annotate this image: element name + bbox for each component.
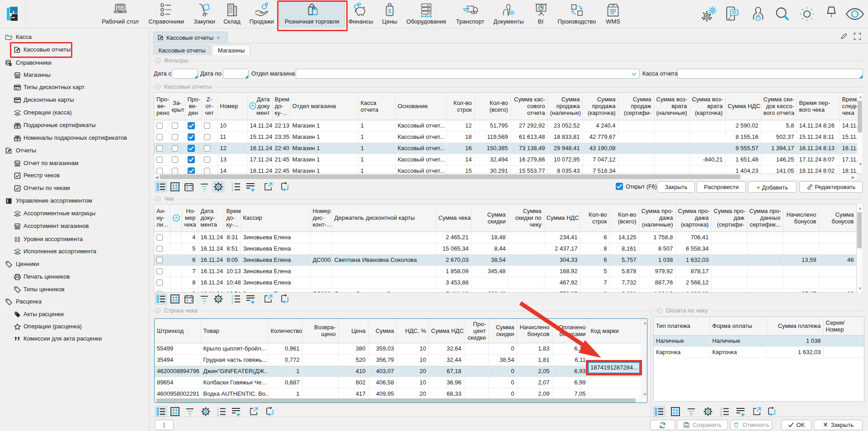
svg-text:3: 3 <box>217 413 219 417</box>
svg-text:1: 1 <box>217 407 219 410</box>
svg-text:3: 3 <box>231 301 233 304</box>
svg-text:3: 3 <box>720 413 722 417</box>
svg-text:2: 2 <box>231 185 233 189</box>
svg-text:$: $ <box>388 8 392 14</box>
svg-text:1: 1 <box>231 182 233 185</box>
svg-text:2: 2 <box>720 410 722 413</box>
svg-text:3: 3 <box>231 189 233 192</box>
svg-text:1: 1 <box>231 294 233 298</box>
svg-text:2: 2 <box>217 410 219 413</box>
svg-text:1: 1 <box>720 407 722 410</box>
svg-text:2: 2 <box>231 298 233 301</box>
